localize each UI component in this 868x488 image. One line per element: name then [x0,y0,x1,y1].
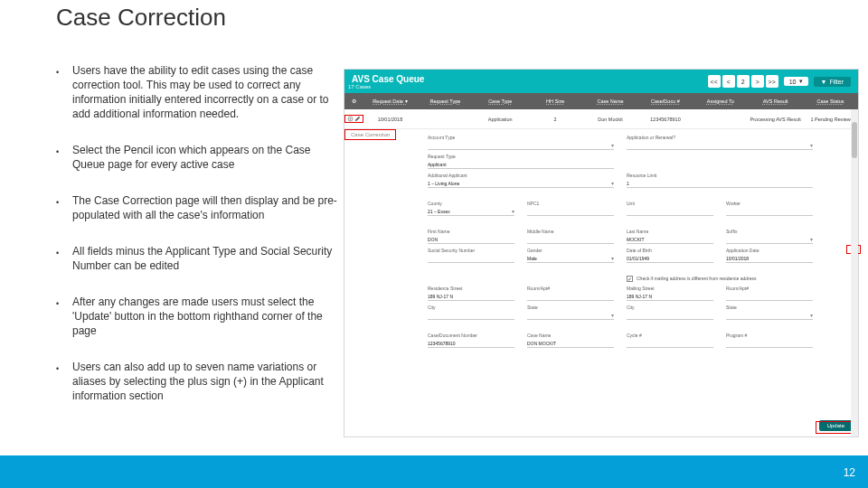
last-name-field[interactable]: MOCKIT [627,234,713,244]
mail-street-field[interactable]: 189 NJ-17 N [627,291,713,301]
app-renewal-field[interactable]: ▾ [627,140,813,150]
additional-applicant-field[interactable]: 1 – Living Alone▾ [428,178,614,188]
resource-limit-field[interactable]: 1 [627,178,813,188]
case-correction-form: Account Type▾ Application or Renewal?▾ R… [344,129,858,436]
col-case-status[interactable]: Case Status [803,99,858,104]
unit-field[interactable] [627,206,713,216]
pencil-icon [354,116,361,122]
pager-current[interactable]: 2 [737,75,750,88]
pager: << < 2 > >> [708,75,778,88]
res-state-field[interactable]: ▾ [527,310,614,320]
res-street-field[interactable]: 189 NJ-17 N [428,291,514,301]
slide: Case Correction •Users have the ability … [0,0,868,488]
queue-topbar: AVS Case Queue 17 Cases << < 2 > >> 10▾ … [344,70,858,93]
middle-name-field[interactable] [527,234,614,244]
bullet: •The Case Correction page will then disp… [56,193,345,222]
col-case-type[interactable]: Case Type [473,99,528,104]
mail-state-field[interactable]: ▾ [726,310,813,320]
col-request-date[interactable]: Request Date ▾ [363,99,418,104]
worker-field[interactable] [726,206,813,216]
svg-point-1 [349,118,351,120]
scrollbar-thumb[interactable] [852,122,857,158]
res-city-field[interactable] [428,310,514,320]
table-row: 10/01/2018 Application 2 Don Mockit 1234… [344,109,858,129]
gear-icon[interactable]: ⚙ [344,99,363,104]
bullet-list: •Users have the ability to edit cases us… [56,63,345,425]
gender-field[interactable]: Male▾ [527,253,614,263]
res-room-field[interactable] [527,291,614,301]
bullet: •Select the Pencil icon which appears on… [56,143,345,172]
dob-field[interactable]: 01/01/1949 [627,253,713,263]
suffix-field[interactable]: ▾ [726,234,813,244]
page-title: Case Correction [56,4,226,32]
slide-footer-bar [0,455,868,488]
app-date-field[interactable]: 10/01/2018 [726,253,813,263]
first-name-field[interactable]: DON [428,234,514,244]
col-hh-size[interactable]: HH Size [528,99,583,104]
pager-prev[interactable]: < [722,75,735,88]
bullet: •Users have the ability to edit cases us… [56,63,345,121]
col-case-name[interactable]: Case Name [583,99,638,104]
checkbox-icon: ✓ [627,276,633,282]
applicant-type-field[interactable]: ▾ [428,140,614,150]
col-case-docu[interactable]: Case/Docu # [637,99,693,104]
case-name-field[interactable]: DON MOCKIT [527,338,614,348]
col-assigned-to[interactable]: Assigned To [693,99,748,104]
npc1-field[interactable] [527,206,614,216]
bullet: •After any changes are made users must s… [56,295,345,338]
bullet: •Users can also add up to seven name var… [56,360,345,403]
case-docu-field[interactable]: 12345678910 [428,338,514,348]
chevron-down-icon: ▾ [799,78,803,85]
per-page-select[interactable]: 10▾ [784,77,808,86]
pager-last[interactable]: >> [766,75,778,88]
screenshot-figure: AVS Case Queue 17 Cases << < 2 > >> 10▾ … [344,69,859,437]
edit-case-button[interactable] [344,115,363,123]
eye-icon [347,116,354,122]
program-field[interactable] [726,338,813,348]
mail-city-field[interactable] [627,310,713,320]
filter-button[interactable]: ▼Filter [814,77,852,87]
bullet: •All fields minus the Applicant Type and… [56,244,345,273]
request-type-field[interactable]: Applicant [428,159,614,169]
case-correction-breadcrumb: Case Correction [344,129,396,140]
county-field[interactable]: 21 – Essex▾ [428,206,514,216]
queue-title: AVS Case Queue [352,74,424,84]
ssn-field [428,253,514,263]
col-avs-result[interactable]: AVS Result [748,99,803,104]
pager-first[interactable]: << [708,75,721,88]
scrollbar[interactable] [851,109,858,436]
page-number: 12 [844,466,855,479]
queue-count: 17 Cases [348,84,424,89]
funnel-icon: ▼ [821,79,827,85]
mailing-diff-checkbox[interactable]: ✓Check if mailing address is different f… [627,276,813,282]
cycle-field[interactable] [627,338,713,348]
table-header: ⚙ Request Date ▾ Request Type Case Type … [344,93,858,109]
mail-room-field[interactable] [726,291,813,301]
pager-next[interactable]: > [751,75,764,88]
update-highlight [816,421,855,434]
col-request-type[interactable]: Request Type [418,99,473,104]
